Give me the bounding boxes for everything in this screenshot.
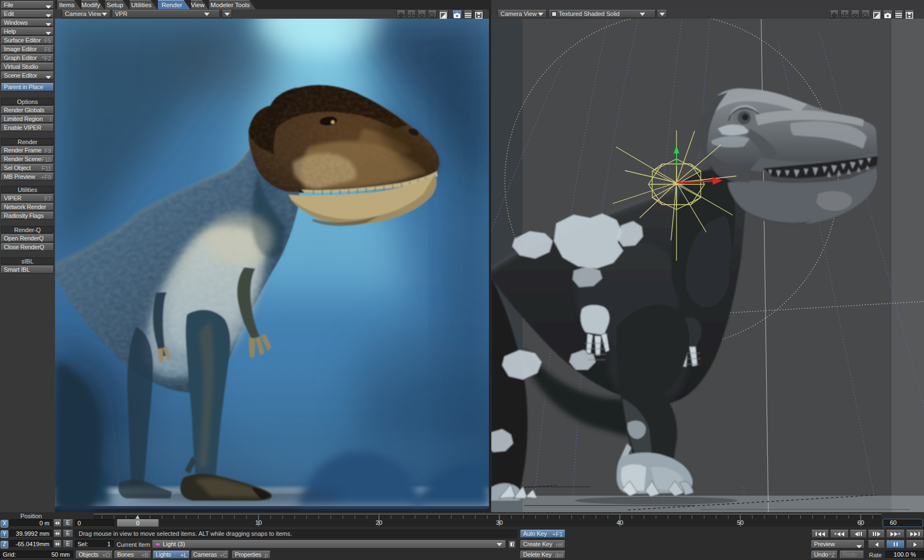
svg-text:60: 60 bbox=[857, 519, 864, 526]
svg-text:40: 40 bbox=[617, 519, 623, 526]
svg-text:50: 50 bbox=[737, 519, 744, 526]
svg-text:30: 30 bbox=[496, 519, 503, 526]
svg-text:10: 10 bbox=[255, 519, 262, 526]
svg-text:20: 20 bbox=[376, 519, 382, 526]
